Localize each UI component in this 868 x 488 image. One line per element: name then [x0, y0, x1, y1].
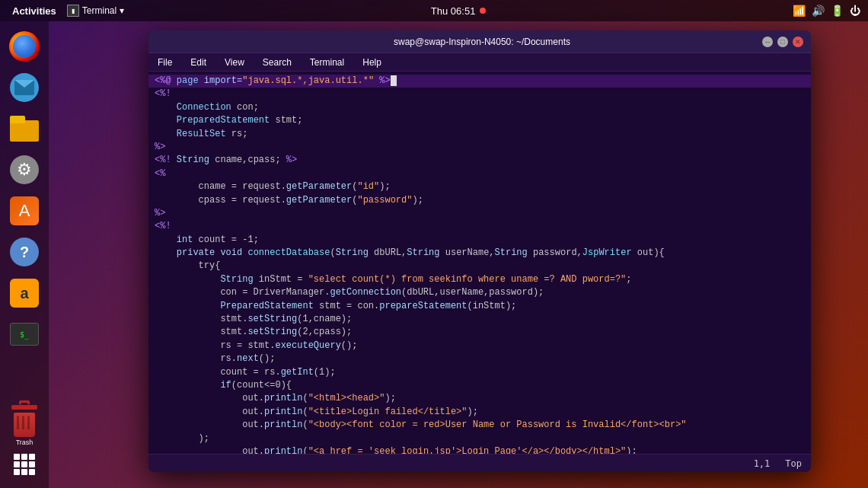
dock-item-trash[interactable]: Trash — [7, 406, 42, 441]
battery-icon: 🔋 — [831, 5, 844, 17]
terminal-menubar: File Edit View Search Terminal Help — [148, 53, 811, 72]
top-panel-center: Thu 06:51 — [431, 5, 487, 17]
menu-search[interactable]: Search — [260, 56, 295, 69]
wifi-icon: 📶 — [793, 5, 806, 17]
trash-handle — [19, 400, 30, 404]
dock-item-terminal[interactable]: $_ — [7, 317, 42, 352]
maximize-button[interactable]: □ — [777, 37, 788, 47]
dock-item-settings[interactable]: ⚙ — [7, 152, 42, 187]
dock-item-files[interactable] — [7, 111, 42, 146]
dock-item-help[interactable]: ? — [7, 234, 42, 270]
trash-lid — [11, 405, 37, 410]
terminal-window: swap@swap-Inspiron-N4050: ~/Documents ─ … — [148, 30, 811, 472]
dock-item-ubuntu-software[interactable]: A — [7, 193, 42, 228]
minimize-button[interactable]: ─ — [762, 37, 773, 47]
close-button[interactable]: ✕ — [793, 37, 803, 47]
top-panel-left: Activities ▮ Terminal ▾ — [8, 4, 124, 18]
dock-item-firefox[interactable] — [7, 29, 42, 64]
terminal-titlebar: swap@swap-Inspiron-N4050: ~/Documents ─ … — [148, 30, 811, 53]
terminal-indicator[interactable]: ▮ Terminal ▾ — [67, 5, 124, 17]
menu-help[interactable]: Help — [359, 56, 385, 69]
window-controls: ─ □ ✕ — [762, 37, 803, 47]
power-icon: ⏻ — [850, 5, 860, 17]
clock-text: Thu 06:51 — [431, 5, 476, 17]
trash-label: Trash — [16, 439, 34, 446]
terminal-taskbar-label: Terminal — [82, 5, 116, 16]
notification-dot — [480, 8, 486, 14]
dock-item-thunderbird[interactable] — [7, 70, 42, 105]
top-panel: Activities ▮ Terminal ▾ Thu 06:51 📶 🔊 🔋 … — [0, 0, 868, 21]
menu-view[interactable]: View — [222, 56, 247, 69]
dock-item-amazon[interactable]: a — [7, 276, 42, 311]
menu-edit[interactable]: Edit — [187, 56, 209, 69]
desktop: Activities ▮ Terminal ▾ Thu 06:51 📶 🔊 🔋 … — [0, 0, 868, 488]
menu-terminal[interactable]: Terminal — [307, 56, 347, 69]
top-panel-right: 📶 🔊 🔋 ⏻ — [793, 5, 860, 17]
menu-file[interactable]: File — [155, 56, 175, 69]
volume-icon: 🔊 — [812, 5, 825, 17]
terminal-status-bar: 1,1 Top — [148, 454, 811, 472]
terminal-title: swap@swap-Inspiron-N4050: ~/Documents — [202, 37, 762, 47]
cursor-position: 1,1 — [754, 458, 771, 469]
scroll-position: Top — [785, 458, 802, 469]
activities-button[interactable]: Activities — [8, 4, 61, 18]
dock-item-appgrid[interactable] — [7, 447, 42, 482]
dock: ⚙ A ? a $_ — [0, 21, 49, 488]
terminal-code-area[interactable]: <%@ page import="java.sql.*,java.util.*"… — [148, 72, 811, 454]
trash-body — [14, 413, 35, 437]
terminal-dropdown-icon: ▾ — [120, 5, 124, 16]
terminal-taskbar-icon: ▮ — [67, 5, 79, 17]
